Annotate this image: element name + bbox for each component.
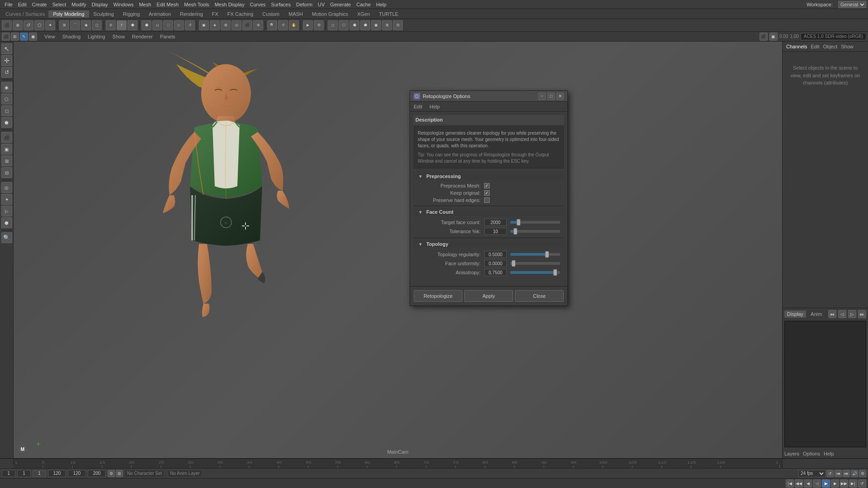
menu-edit[interactable]: Edit — [15, 2, 29, 7]
tool-display[interactable]: ⬟ — [127, 20, 137, 30]
menu-surfaces[interactable]: Surfaces — [269, 2, 293, 7]
pb-next[interactable]: ▷ — [848, 310, 856, 318]
tool-poly-vert[interactable]: ◉ — [1, 82, 12, 93]
tool-shelf-7[interactable]: ⊟ — [393, 20, 403, 30]
tab-xgen[interactable]: XGen — [353, 10, 374, 18]
pb-icon-2[interactable]: ⊞ — [116, 470, 123, 477]
tab-fx-caching[interactable]: FX Caching — [223, 10, 258, 18]
fps-select[interactable]: 24 fps 30 fps — [798, 470, 826, 477]
menu-modify[interactable]: Modify — [69, 2, 89, 7]
preprocess-mesh-checkbox[interactable] — [484, 183, 490, 188]
face-uniformity-slider[interactable] — [510, 262, 560, 265]
tab-rigging[interactable]: Rigging — [118, 10, 144, 18]
tool-move-btn[interactable]: ✛ — [1, 55, 12, 66]
tool-snap-c[interactable]: ▷ — [1, 206, 12, 216]
tr-next-frame[interactable]: ▶ — [831, 479, 839, 488]
help-btn[interactable]: Help — [824, 451, 834, 456]
tab-animation[interactable]: Animation — [144, 10, 175, 18]
tr-play-back[interactable]: ◁ — [813, 479, 821, 488]
menu-curves[interactable]: Curves — [247, 2, 269, 7]
tool-rotate[interactable]: ↺ — [24, 20, 33, 30]
tool-arrow[interactable]: ↖ — [1, 43, 12, 54]
vp-right-icon-1[interactable]: ⬛ — [760, 33, 768, 41]
preserve-hard-edges-checkbox[interactable] — [484, 197, 490, 203]
end-frame-input[interactable] — [48, 470, 66, 477]
view-menu[interactable]: View — [42, 34, 57, 39]
tab-motion-graphics[interactable]: Motion Graphics — [307, 10, 353, 18]
tab-rendering[interactable]: Rendering — [175, 10, 208, 18]
lighting-menu[interactable]: Lighting — [86, 34, 107, 39]
tool-history[interactable]: ⊘ — [106, 20, 116, 30]
menu-edit-mesh[interactable]: Edit Mesh — [154, 2, 181, 7]
menu-select[interactable]: Select — [50, 2, 69, 7]
edit-tab[interactable]: Edit — [811, 44, 819, 49]
color-space-display[interactable]: ACES 1.0 SDR-video (sRGB) — [801, 33, 866, 40]
tool-bend[interactable]: ⊟ — [1, 167, 12, 178]
face-uniformity-input[interactable] — [484, 260, 507, 267]
tool-snap-curve[interactable]: ⌒ — [70, 20, 80, 30]
transport-icon-1[interactable]: ↺ — [826, 470, 834, 477]
section-preprocessing[interactable]: ▼ Preprocessing — [414, 172, 564, 180]
tool-extrude[interactable]: ▣ — [199, 20, 209, 30]
tool-bridge[interactable]: ⊞ — [221, 20, 231, 30]
timeline-ticks-area[interactable]: 1 5 10 15 20 25 30 35 40 45 50 — [14, 459, 782, 468]
topology-regularity-slider[interactable] — [510, 253, 560, 256]
tool-shelf-3[interactable]: ⬣ — [349, 20, 359, 30]
pb-end[interactable]: ⏭ — [858, 310, 866, 318]
tool-poly-face[interactable]: ◻ — [1, 105, 12, 116]
menu-mesh[interactable]: Mesh — [136, 2, 154, 7]
display-tab[interactable]: Display — [784, 310, 806, 318]
tool-camera-orbit[interactable]: ↺ — [278, 20, 288, 30]
transport-icon-4[interactable]: 🔊 — [851, 470, 858, 477]
tool-render-settings[interactable]: ⚙ — [314, 20, 324, 30]
options-btn[interactable]: Options — [803, 451, 820, 456]
tool-select-by-type[interactable]: ⬣ — [142, 20, 151, 30]
tool-snap-grid[interactable]: ⊞ — [59, 20, 69, 30]
dialog-titlebar[interactable]: ⬡ Retopologize Options − □ ✕ — [410, 91, 567, 102]
tool-transform[interactable]: ⊕ — [13, 20, 23, 30]
section-topology[interactable]: ▼ Topology — [414, 240, 564, 248]
tab-turtle[interactable]: TURTLE — [374, 10, 403, 18]
tool-bevel[interactable]: ◈ — [210, 20, 220, 30]
workspace-select[interactable]: General — [838, 1, 866, 8]
menu-help[interactable]: Help — [373, 2, 389, 7]
dialog-maximize[interactable]: □ — [547, 93, 555, 100]
tool-snap-point[interactable]: ◉ — [81, 20, 91, 30]
vp-icon-1[interactable]: ⬛ — [2, 33, 10, 41]
vp-icon-3[interactable]: ✎ — [20, 33, 28, 41]
tr-prev-frame[interactable]: ◀ — [804, 479, 812, 488]
close-button[interactable]: Close — [515, 290, 564, 302]
tool-shelf-4[interactable]: ⬟ — [360, 20, 370, 30]
renderer-menu[interactable]: Renderer — [130, 34, 155, 39]
tool-search[interactable]: 🔍 — [1, 232, 12, 243]
tab-sculpting[interactable]: Sculpting — [89, 10, 118, 18]
menu-mesh-tools[interactable]: Mesh Tools — [181, 2, 212, 7]
layers-btn[interactable]: Layers — [784, 451, 799, 456]
tool-target-weld[interactable]: ⊕ — [253, 20, 263, 30]
menu-create[interactable]: Create — [29, 2, 50, 7]
transport-icon-2[interactable]: ⏮ — [835, 470, 842, 477]
tr-go-start[interactable]: |◀ — [786, 479, 794, 488]
range-end-input[interactable] — [68, 470, 86, 477]
tr-next-key[interactable]: ▶▶ — [840, 479, 848, 488]
tool-scale[interactable]: ⬡ — [34, 20, 44, 30]
tool-render-preview[interactable]: ▶ — [303, 20, 313, 30]
tolerance-slider[interactable] — [510, 230, 560, 233]
target-face-count-slider[interactable] — [510, 221, 560, 224]
pb-icon-1[interactable]: ⚙ — [108, 470, 115, 477]
tool-paint-sel[interactable]: ⬛ — [1, 132, 12, 143]
anisotropy-slider[interactable] — [510, 271, 560, 274]
menu-mesh-display[interactable]: Mesh Display — [212, 2, 247, 7]
tab-mash[interactable]: MASH — [284, 10, 307, 18]
tool-camera-zoom[interactable]: 🔍 — [267, 20, 277, 30]
tr-loop[interactable]: ↺ — [858, 479, 866, 488]
tool-camera-pan[interactable]: ✋ — [289, 20, 299, 30]
section-description[interactable]: Description — [414, 115, 564, 124]
tool-snap-view[interactable]: ◻ — [92, 20, 102, 30]
tab-poly-modeling[interactable]: Poly Modeling — [48, 10, 89, 18]
vp-icon-4[interactable]: ▣ — [29, 33, 37, 41]
tool-loop[interactable]: ↺ — [185, 20, 195, 30]
target-face-count-input[interactable] — [484, 219, 507, 226]
tool-rotate-btn[interactable]: ↺ — [1, 67, 12, 78]
show-menu[interactable]: Show — [111, 34, 127, 39]
